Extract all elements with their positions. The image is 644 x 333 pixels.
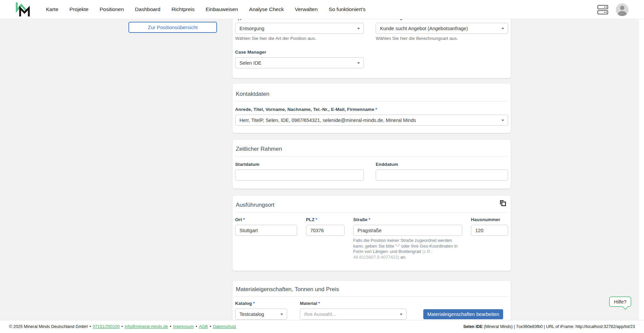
chevron-down-icon	[280, 314, 283, 315]
location-card: Ausführungsort Ort* PLZ* Straße* Falls d…	[232, 196, 511, 271]
startdatum-label: Startdatum	[235, 162, 364, 167]
nav-item-positionen[interactable]: Positionen	[100, 6, 124, 12]
user-avatar[interactable]	[616, 3, 629, 16]
footer-separator: •	[209, 324, 212, 329]
nav-item-so-funktioniert-s[interactable]: So funktioniert's	[329, 6, 366, 12]
calculation-help-text: Wählen Sie hier die Berechnungsart aus.	[376, 36, 508, 41]
strasse-help-text: Falls die Position keiner Straße zugeord…	[353, 238, 462, 260]
chevron-down-icon	[357, 62, 360, 64]
material-label: Material*	[300, 301, 407, 306]
nav-item-karte[interactable]: Karte	[46, 6, 58, 12]
type-help-text: Wählen Sie hier die Art der Position aus…	[235, 36, 364, 41]
copyright-text: © 2025 Mineral Minds Deutschland GmbH	[9, 324, 88, 329]
main-nav: KarteProjektePositionenDashboardRichtpre…	[46, 6, 366, 12]
help-button[interactable]: Hilfe?	[609, 296, 631, 307]
ort-input[interactable]	[235, 225, 297, 236]
katalog-select[interactable]: Testcatalog	[235, 309, 287, 320]
nav-item-dashboard[interactable]: Dashboard	[135, 6, 160, 12]
mineral-minds-logo[interactable]	[15, 2, 30, 17]
chevron-down-icon	[501, 120, 504, 121]
divider	[235, 101, 508, 102]
nav-item-projekte[interactable]: Projekte	[69, 6, 89, 12]
footer-separator: •	[88, 324, 92, 329]
edit-material-properties-button[interactable]: Materialeigenschaften bearbeiten	[423, 309, 503, 319]
ort-label: Ort*	[235, 217, 297, 222]
avatar-head	[620, 6, 625, 10]
material-section-title: Materialeigenschaften, Tonnen und Preis	[235, 286, 508, 293]
chevron-down-icon	[400, 314, 402, 315]
startdatum-input[interactable]	[235, 170, 364, 181]
footer-link[interactable]: 07151/250100	[93, 324, 120, 329]
plz-input[interactable]	[306, 225, 344, 236]
chevron-down-icon	[501, 28, 504, 29]
divider	[235, 212, 508, 212]
position-type-select[interactable]: Entsorgung	[235, 23, 364, 34]
nav-item-einbauweisen[interactable]: Einbauweisen	[206, 6, 238, 12]
material-select[interactable]: Ihre Auswahl...	[300, 309, 407, 320]
timeframe-section-title: Zeitlicher Rahmen	[235, 146, 508, 152]
avatar-shoulders	[618, 11, 627, 16]
nav-item-analyse-check[interactable]: Analyse Check	[249, 6, 284, 12]
case-manager-select[interactable]: Selen IDE	[235, 57, 364, 68]
contact-card: Kontaktdaten Anrede, Titel, Vorname, Nac…	[232, 83, 511, 133]
footer-link[interactable]: AGB	[199, 324, 208, 329]
server-stack-icon[interactable]	[597, 5, 608, 15]
divider	[235, 156, 508, 156]
contact-select[interactable]: Herr, TitelP, Selen, IDE, 0987/654321, s…	[235, 115, 508, 126]
divider	[235, 296, 508, 297]
back-to-positions-button[interactable]: Zur Positionsübersicht	[128, 22, 217, 33]
top-nav-bar: KarteProjektePositionenDashboardRichtpre…	[0, 0, 644, 19]
footer-separator: •	[195, 324, 198, 329]
case-manager-label: Case Manager	[235, 50, 364, 55]
enddatum-input[interactable]	[376, 170, 508, 181]
page: Zur Positionsübersicht Typ* Entsorgung W…	[0, 0, 644, 333]
help-button-label: Hilfe?	[614, 299, 626, 305]
session-info: Selen IDE (Mineral Minds) | 7ce360e83fb0…	[463, 324, 635, 329]
footer-link[interactable]: Datenschutz	[213, 324, 236, 329]
nav-item-richtpreis[interactable]: Richtpreis	[171, 6, 195, 12]
contact-section-title: Kontaktdaten	[235, 91, 508, 97]
enddatum-label: Enddatum	[376, 162, 508, 167]
copy-icon[interactable]	[499, 200, 507, 208]
footer-separator: •	[169, 324, 172, 329]
calculation-type-select[interactable]: Kunde sucht Angebot (Angebotsanfrage)	[376, 23, 508, 34]
plz-label: PLZ*	[306, 217, 344, 222]
footer-link[interactable]: info@mineral-minds.de	[125, 324, 168, 329]
footer-separator: •	[120, 324, 124, 329]
nav-item-verwalten[interactable]: Verwalten	[295, 6, 318, 12]
strasse-input[interactable]	[353, 225, 462, 236]
contact-label: Anrede, Titel, Vorname, Nachname, Tel.-N…	[235, 107, 508, 112]
footer-link[interactable]: Impressum	[173, 324, 194, 329]
topbar-right	[597, 0, 629, 19]
footer: © 2025 Mineral Minds Deutschland GmbH • …	[0, 320, 644, 333]
katalog-label: Katalog*	[235, 301, 287, 306]
hausnummer-label: Hausnummer	[471, 217, 508, 222]
location-section-title: Ausführungsort	[235, 202, 508, 208]
help-bubble-tail	[622, 304, 628, 310]
strasse-label: Straße*	[353, 217, 462, 222]
hausnummer-input[interactable]	[471, 225, 508, 236]
footer-left: © 2025 Mineral Minds Deutschland GmbH • …	[9, 324, 236, 329]
scrollbar-track[interactable]	[639, 0, 644, 333]
timeframe-card: Zeitlicher Rahmen Startdatum Enddatum	[232, 140, 511, 189]
chevron-down-icon	[357, 28, 360, 29]
